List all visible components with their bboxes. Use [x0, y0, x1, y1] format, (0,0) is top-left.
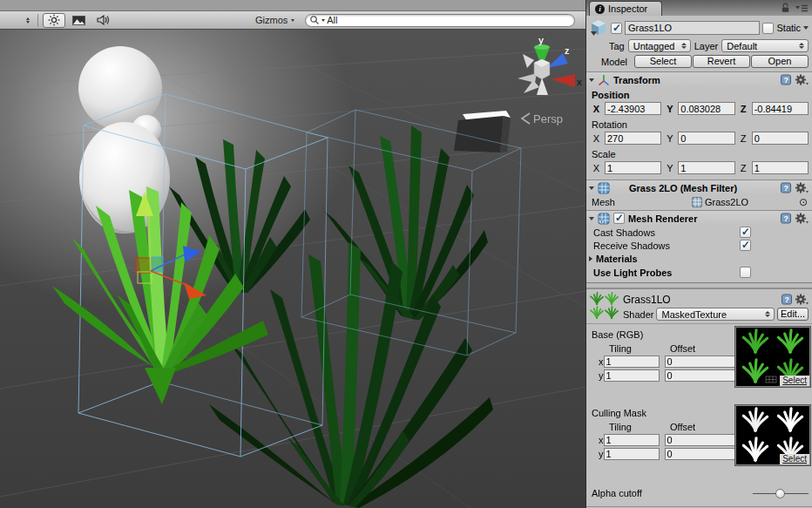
receive-shadows-checkbox[interactable]	[740, 240, 751, 251]
position-x-field[interactable]	[605, 102, 661, 115]
gameobject-header: Static Tag Untagged Layer Default Model …	[586, 16, 812, 71]
layer-value: Default	[727, 41, 757, 51]
search-input[interactable]	[327, 15, 569, 25]
rotation-row: X Y Z	[588, 131, 810, 146]
position-z-field[interactable]	[752, 102, 809, 115]
active-checkbox[interactable]	[611, 23, 622, 34]
axis-y-label: y	[538, 35, 545, 45]
static-dropdown-icon[interactable]	[803, 26, 809, 30]
alpha-cutoff-slider[interactable]	[753, 489, 809, 498]
info-icon: i	[595, 4, 605, 14]
mesh-renderer-body: Cast Shadows Receive Shadows Materials U…	[586, 226, 812, 282]
material-header: Grass1LO ? Shader Ma	[586, 288, 812, 323]
gameobject-name-field[interactable]	[625, 21, 760, 35]
use-light-probes-checkbox[interactable]	[740, 267, 751, 278]
position-row: X Y Z	[588, 101, 810, 117]
scene-skybox-toggle-button[interactable]	[67, 13, 90, 28]
culling-mask-thumbnail[interactable]: Select	[735, 405, 810, 465]
rotation-z-label: Z	[737, 133, 750, 144]
help-icon[interactable]: ?	[781, 74, 792, 85]
rotation-x-field[interactable]	[605, 132, 661, 145]
model-label: Model	[590, 57, 633, 67]
culling-offset-x-field[interactable]	[665, 434, 738, 446]
culling-tiling-x-field[interactable]	[604, 434, 660, 446]
culling-mask-section: Culling Mask Tiling Offset x y	[586, 403, 812, 474]
base-tiling-y-field[interactable]	[604, 369, 660, 382]
material-preview-icon[interactable]	[589, 292, 619, 320]
gear-icon[interactable]	[795, 182, 809, 193]
object-picker-icon[interactable]: ⊙	[799, 198, 808, 207]
gear-icon[interactable]	[795, 74, 809, 85]
help-icon[interactable]: ?	[781, 182, 792, 193]
culling-offset-y-field[interactable]	[665, 448, 738, 460]
axis-z-label: z	[565, 45, 570, 56]
prefab-cube-icon[interactable]	[590, 19, 608, 37]
foldout-open-icon[interactable]	[589, 217, 594, 220]
gear-icon[interactable]	[795, 213, 809, 224]
layer-dropdown[interactable]: Default	[721, 39, 809, 52]
help-icon[interactable]: ?	[782, 294, 793, 305]
slider-handle[interactable]	[775, 489, 785, 498]
scene-view-pane[interactable]: Gizmos	[0, 0, 585, 508]
lock-icon[interactable]	[781, 3, 790, 13]
component-enabled-checkbox[interactable]	[613, 213, 625, 224]
use-light-probes-label: Use Light Probes	[593, 268, 740, 278]
culling-tiling-y-field[interactable]	[604, 448, 660, 460]
transform-title: Transform	[613, 75, 660, 85]
model-open-button[interactable]: Open	[751, 55, 809, 68]
scale-z-field[interactable]	[752, 161, 809, 174]
tab-inspector[interactable]: i Inspector	[589, 1, 662, 16]
gizmos-dropdown[interactable]: Gizmos	[250, 13, 300, 28]
rotation-label: Rotation	[588, 117, 810, 131]
materials-foldout[interactable]: Materials	[588, 252, 810, 265]
culling-select-button[interactable]: Select	[780, 454, 809, 464]
mesh-filter-header[interactable]: Grass 2LO (Mesh Filter) ?	[586, 179, 812, 195]
shader-label: Shader	[623, 309, 653, 320]
move-gizmo-plane-xz[interactable]	[136, 258, 151, 273]
model-select-button[interactable]: Select	[634, 55, 692, 68]
tag-dropdown[interactable]: Untagged	[628, 39, 691, 52]
scale-x-field[interactable]	[605, 161, 661, 174]
gear-icon[interactable]	[795, 294, 809, 305]
search-filter-chevron-icon	[321, 19, 325, 22]
base-texture-section: Base (RGB) Tiling Offset x y	[586, 323, 812, 395]
position-z-label: Z	[737, 104, 750, 114]
image-icon	[72, 16, 85, 25]
help-icon[interactable]: ?	[781, 213, 792, 224]
foldout-open-icon[interactable]	[589, 78, 594, 82]
base-texture-thumbnail[interactable]: Select	[735, 327, 810, 387]
speaker-icon	[97, 15, 110, 25]
scene-audio-toggle-button[interactable]	[91, 13, 114, 28]
chevron-down-icon	[291, 19, 294, 22]
cast-shadows-checkbox[interactable]	[740, 227, 751, 238]
mesh-field-row: Mesh Grass2LO ⊙	[586, 195, 812, 210]
base-offset-x-field[interactable]	[665, 356, 738, 368]
shader-value: MaskedTexture	[661, 309, 727, 320]
axis-x-label: x	[577, 77, 583, 87]
mesh-renderer-header[interactable]: Mesh Renderer ?	[586, 210, 812, 226]
svg-text:?: ?	[785, 295, 790, 304]
rotation-y-field[interactable]	[678, 132, 734, 145]
shader-dropdown[interactable]: MaskedTexture	[656, 308, 775, 321]
scene-3d-viewport[interactable]: y z x Persp	[0, 30, 585, 508]
model-revert-button[interactable]: Revert	[693, 55, 750, 68]
foldout-open-icon[interactable]	[589, 186, 594, 190]
render-mode-dropdown[interactable]	[0, 14, 33, 27]
base-x-label: x	[592, 356, 604, 367]
scale-y-field[interactable]	[678, 161, 734, 174]
base-tiling-x-field[interactable]	[604, 356, 660, 368]
position-y-field[interactable]	[678, 102, 734, 115]
rotation-z-field[interactable]	[752, 132, 809, 145]
base-offset-y-field[interactable]	[665, 369, 738, 382]
materials-label: Materials	[596, 254, 638, 264]
static-checkbox[interactable]	[762, 23, 774, 34]
scene-search-field[interactable]	[305, 14, 575, 27]
position-y-label: Y	[663, 104, 676, 114]
mesh-value[interactable]: Grass2LO	[705, 197, 748, 207]
shader-edit-button[interactable]: Edit...	[777, 308, 809, 321]
transform-header[interactable]: Transform ?	[586, 71, 812, 87]
scene-lighting-toggle-button[interactable]	[43, 13, 65, 28]
alpha-cutoff-label: Alpha cutoff	[592, 488, 642, 498]
panel-menu-icon[interactable]	[795, 4, 808, 12]
base-select-button[interactable]: Select	[780, 376, 809, 386]
